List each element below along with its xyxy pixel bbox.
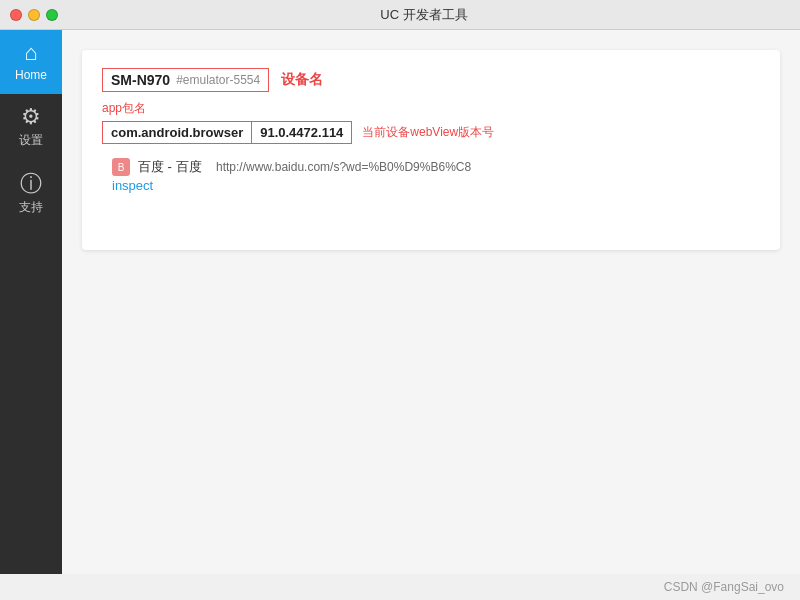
sidebar-support-label: 支持 bbox=[19, 199, 43, 216]
gear-icon: ⚙ bbox=[21, 106, 41, 128]
maximize-button[interactable] bbox=[46, 9, 58, 21]
title-bar: UC 开发者工具 bbox=[0, 0, 800, 30]
sidebar-settings-label: 设置 bbox=[19, 132, 43, 149]
app-title: UC 开发者工具 bbox=[58, 6, 790, 24]
page-url: http://www.baidu.com/s?wd=%B0%D9%B6%C8 bbox=[216, 160, 471, 174]
app-package-label: app包名 bbox=[102, 100, 760, 117]
info-icon: ⓘ bbox=[20, 173, 42, 195]
webview-version: 91.0.4472.114 bbox=[252, 121, 352, 144]
main-layout: ⌂ Home ⚙ 设置 ⓘ 支持 SM-N970 #emulator-5554 … bbox=[0, 30, 800, 574]
page-item-header: B 百度 - 百度 http://www.baidu.com/s?wd=%B0%… bbox=[112, 158, 760, 176]
sidebar-item-home[interactable]: ⌂ Home bbox=[0, 30, 62, 94]
window-controls bbox=[10, 9, 58, 21]
content-area: SM-N970 #emulator-5554 设备名 app包名 com.and… bbox=[62, 30, 800, 574]
device-name-box: SM-N970 #emulator-5554 bbox=[102, 68, 269, 92]
sidebar-item-support[interactable]: ⓘ 支持 bbox=[0, 161, 62, 228]
minimize-button[interactable] bbox=[28, 9, 40, 21]
package-row: com.android.browser 91.0.4472.114 当前设备we… bbox=[102, 121, 760, 144]
page-title: 百度 - 百度 http://www.baidu.com/s?wd=%B0%D9… bbox=[138, 158, 471, 176]
sidebar: ⌂ Home ⚙ 设置 ⓘ 支持 bbox=[0, 30, 62, 574]
device-name-label: 设备名 bbox=[281, 71, 323, 89]
inspect-link[interactable]: inspect bbox=[112, 178, 760, 193]
favicon-letter: B bbox=[118, 162, 125, 173]
device-card: SM-N970 #emulator-5554 设备名 app包名 com.and… bbox=[82, 50, 780, 250]
device-model: SM-N970 bbox=[111, 72, 170, 88]
footer: CSDN @FangSai_ovo bbox=[0, 574, 800, 600]
emulator-id: #emulator-5554 bbox=[176, 73, 260, 87]
footer-text: CSDN @FangSai_ovo bbox=[664, 580, 784, 594]
home-icon: ⌂ bbox=[24, 42, 37, 64]
page-item: B 百度 - 百度 http://www.baidu.com/s?wd=%B0%… bbox=[102, 158, 760, 193]
package-name: com.android.browser bbox=[102, 121, 252, 144]
device-info-row: SM-N970 #emulator-5554 设备名 bbox=[102, 68, 760, 92]
sidebar-home-label: Home bbox=[15, 68, 47, 82]
close-button[interactable] bbox=[10, 9, 22, 21]
sidebar-item-settings[interactable]: ⚙ 设置 bbox=[0, 94, 62, 161]
webview-version-label: 当前设备webView版本号 bbox=[362, 124, 494, 141]
page-favicon: B bbox=[112, 158, 130, 176]
